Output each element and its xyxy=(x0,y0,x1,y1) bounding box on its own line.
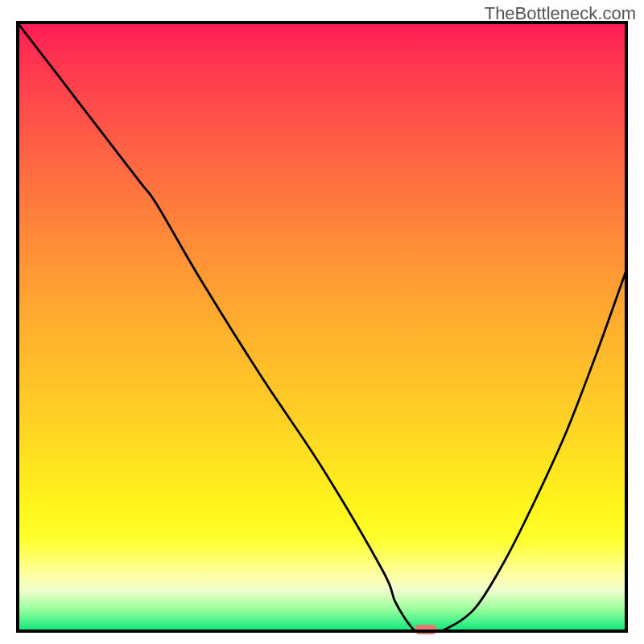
chart-container: TheBottleneck.com xyxy=(0,0,644,644)
bottleneck-curve xyxy=(16,21,628,633)
curve-svg xyxy=(16,21,628,633)
bottleneck-marker xyxy=(415,625,437,634)
plot-frame xyxy=(16,21,628,633)
